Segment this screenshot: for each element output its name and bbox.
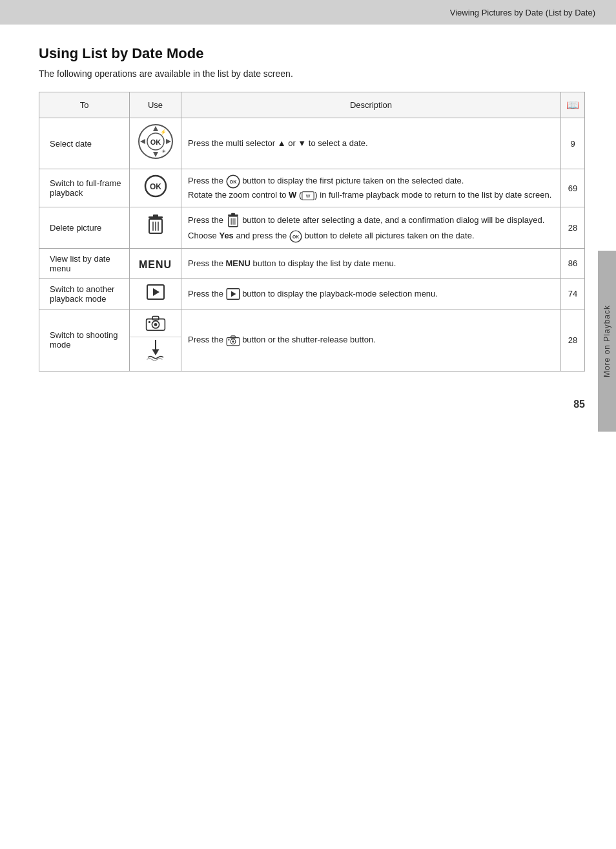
section-title: Using List by Date Mode: [39, 45, 585, 62]
cell-to-menu: View list by date menu: [39, 248, 130, 278]
book-icon: 📖: [566, 100, 579, 110]
side-tab: More on Playback: [598, 251, 616, 432]
cell-use-shooting-shutter: [130, 337, 181, 371]
cell-desc-delete: Press the button to delete after selecti…: [181, 207, 561, 249]
svg-marker-3: [153, 126, 158, 131]
svg-marker-4: [153, 152, 158, 157]
page-intro: The following operations are available i…: [39, 68, 585, 79]
cell-desc-playback: Press the button to display the playback…: [181, 278, 561, 309]
cell-to-playback: Switch to another playback mode: [39, 278, 130, 309]
cell-ref-menu: 86: [561, 248, 585, 278]
cell-use-fullframe: OK: [130, 169, 181, 207]
svg-text:OK: OK: [150, 182, 161, 191]
trash-icon: [146, 214, 165, 237]
svg-text:OK: OK: [229, 179, 237, 185]
table-row: Switch to shooting mode: [39, 309, 585, 337]
cell-to-fullframe: Switch to full-frame playback: [39, 169, 130, 207]
cell-to-select-date: Select date: [39, 118, 130, 169]
camera-icon: [145, 315, 166, 331]
svg-marker-30: [153, 288, 159, 296]
main-content: Using List by Date Mode The following op…: [0, 25, 616, 428]
cell-use-shooting-camera: [130, 309, 181, 337]
menu-label: MENU: [139, 259, 172, 270]
svg-marker-6: [166, 139, 171, 144]
svg-text:☀: ☀: [161, 149, 165, 154]
page-number: 85: [573, 399, 585, 410]
svg-point-41: [232, 341, 234, 342]
cell-use-playback: [130, 278, 181, 309]
svg-marker-44: [152, 349, 159, 355]
svg-text:OK: OK: [150, 138, 161, 146]
side-tab-label: More on Playback: [602, 305, 611, 377]
header-title: Viewing Pictures by Date (List by Date): [450, 8, 595, 17]
svg-point-36: [154, 323, 157, 326]
table-row: View list by date menu MENU Press the ME…: [39, 248, 585, 278]
svg-marker-32: [231, 291, 236, 297]
cell-use-select-date: OK ⚡ ☀: [130, 118, 181, 169]
svg-point-37: [148, 320, 150, 322]
cell-ref-fullframe: 69: [561, 169, 585, 207]
cell-to-shooting: Switch to shooting mode: [39, 309, 130, 371]
cell-use-delete: [130, 207, 181, 249]
header-bar: Viewing Pictures by Date (List by Date): [0, 0, 616, 25]
svg-point-42: [228, 339, 229, 341]
playback-mode-icon: [147, 284, 165, 300]
col-header-description: Description: [181, 92, 561, 118]
zoom-control-icon: W: [302, 191, 314, 200]
svg-text:⚡: ⚡: [160, 129, 167, 135]
cell-desc-select-date: Press the multi selector ▲ or ▼ to selec…: [181, 118, 561, 169]
svg-text:OK: OK: [293, 234, 299, 238]
ok-inline-icon2: OK: [289, 230, 302, 243]
cell-to-delete: Delete picture: [39, 207, 130, 249]
cell-desc-menu: Press the MENU button to display the lis…: [181, 248, 561, 278]
table-row: Select date OK: [39, 118, 585, 169]
cell-ref-shooting: 28: [561, 309, 585, 371]
cell-ref-select-date: 9: [561, 118, 585, 169]
svg-text:W: W: [306, 194, 311, 198]
svg-rect-22: [231, 213, 235, 215]
table-row: Switch to another playback mode Press th…: [39, 278, 585, 309]
shutter-release-icon: [143, 339, 169, 362]
cell-ref-playback: 74: [561, 278, 585, 309]
multi-selector-icon: OK ⚡ ☀: [138, 123, 174, 160]
ok-button-icon: OK: [144, 174, 167, 198]
table-row: Delete picture: [39, 207, 585, 249]
svg-marker-5: [140, 139, 145, 144]
svg-rect-16: [153, 215, 158, 217]
main-table: To Use Description 📖 Select date: [39, 92, 585, 372]
ok-inline-icon: OK: [226, 174, 240, 189]
cell-desc-shooting: Press the button or the shutter-release …: [181, 309, 561, 371]
table-row: Switch to full-frame playback OK Press t…: [39, 169, 585, 207]
trash-inline-icon: [226, 213, 240, 229]
cell-use-menu: MENU: [130, 248, 181, 278]
col-header-use: Use: [130, 92, 181, 118]
camera-inline-icon: [226, 335, 240, 346]
playback-inline-icon: [226, 288, 240, 300]
cell-desc-fullframe: Press the OK button to display the first…: [181, 169, 561, 207]
cell-ref-delete: 28: [561, 207, 585, 249]
col-header-to: To: [39, 92, 130, 118]
col-header-ref: 📖: [561, 92, 585, 118]
